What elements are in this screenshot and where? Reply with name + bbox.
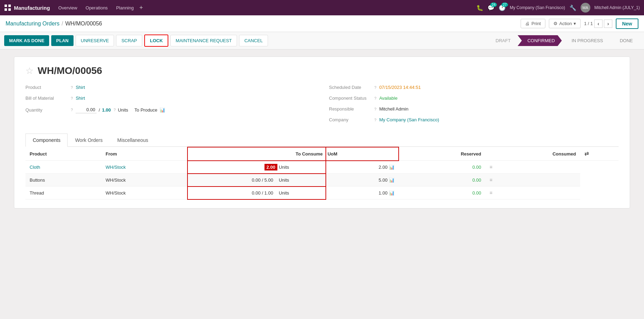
row-consumed-thread: 0.00 (399, 187, 485, 199)
quantity-unit-help-icon[interactable]: ? (114, 108, 116, 112)
row-product-cloth[interactable]: Cloth (25, 161, 101, 174)
row-reserved-buttons: 5.00 📊 (326, 174, 399, 187)
bom-help-icon[interactable]: ? (71, 96, 73, 100)
tab-miscellaneous[interactable]: Miscellaneous (110, 134, 155, 146)
plan-button[interactable]: PLAN (51, 35, 73, 46)
debug-icon[interactable]: 🐛 (476, 5, 483, 11)
form-right: Scheduled Date ? 07/15/2023 14:44:51 Com… (329, 85, 619, 128)
avatar[interactable]: MA (581, 3, 590, 13)
company-name: My Company (San Francisco) (510, 5, 565, 10)
tab-work-orders[interactable]: Work Orders (68, 134, 110, 146)
row-list-icon-thread[interactable]: ≡ (485, 187, 580, 199)
svg-rect-1 (8, 5, 11, 7)
print-label: Print (531, 21, 541, 26)
status-confirmed[interactable]: CONFIRMED (518, 35, 562, 46)
row-product-buttons[interactable]: Buttons (25, 174, 101, 187)
cancel-button[interactable]: CANCEL (239, 35, 268, 46)
nav-planning[interactable]: Planning (113, 4, 137, 12)
row-consumed-cloth: 0.00 (399, 161, 485, 174)
product-value[interactable]: Shirt (76, 85, 85, 90)
to-produce-chart-icon[interactable]: 📊 (160, 107, 165, 113)
main-content: ☆ WH/MO/00056 Product ? Shirt Bill of Ma… (0, 50, 644, 221)
scrap-button[interactable]: SCRAP (116, 35, 142, 46)
lock-button[interactable]: LOCK (144, 35, 168, 47)
new-button[interactable]: New (616, 18, 638, 29)
print-button[interactable]: 🖨 Print (521, 19, 545, 28)
nav-operations[interactable]: Operations (83, 4, 111, 12)
chevron-down-icon: ▾ (574, 21, 576, 26)
user-name: Mitchell Admin (JULY_1) (595, 5, 640, 10)
row-from-buttons[interactable]: WH/Stock (101, 174, 187, 187)
row-reserved-chart-thread[interactable]: 📊 (389, 190, 394, 196)
row-to-consume-thread: 0.00 / 1.00 (187, 187, 277, 199)
row-from-thread[interactable]: WH/Stock (101, 187, 187, 199)
activity-icon[interactable]: 🕐 27 (499, 5, 506, 11)
svg-rect-0 (5, 5, 7, 7)
action-button[interactable]: ⚙ Action ▾ (549, 19, 581, 28)
row-to-consume-val-cloth[interactable]: 2.00 (264, 164, 277, 170)
scheduled-date-label: Scheduled Date (329, 85, 371, 90)
status-in-progress[interactable]: IN PROGRESS (562, 35, 610, 46)
row-uom-cloth: Units (277, 161, 326, 174)
next-button[interactable]: › (604, 20, 612, 28)
company-value[interactable]: My Company (San Francisco) (379, 117, 439, 122)
unreserve-button[interactable]: UNRESERVE (76, 35, 114, 46)
breadcrumb: Manufacturing Orders / WH/MO/00056 (6, 21, 516, 27)
status-draft[interactable]: DRAFT (490, 35, 518, 46)
app-title: Manufacturing (14, 5, 50, 11)
bom-field-row: Bill of Material ? Shirt (25, 96, 315, 101)
quantity-sep: / (99, 107, 100, 113)
row-uom-buttons: Units (277, 174, 326, 187)
bom-value[interactable]: Shirt (76, 96, 85, 101)
scheduled-date-value[interactable]: 07/15/2023 14:44:51 (379, 85, 421, 90)
settings-icon[interactable]: 🔧 (569, 5, 576, 11)
row-from-cloth[interactable]: WH/Stock (101, 161, 187, 174)
row-reserved-chart-buttons[interactable]: 📊 (389, 177, 394, 183)
company-field-row: Company ? My Company (San Francisco) (329, 117, 619, 122)
gear-icon: ⚙ (553, 21, 558, 26)
breadcrumb-parent[interactable]: Manufacturing Orders (6, 21, 60, 27)
nav-icons: 🐛 💬 24 🕐 27 My Company (San Francisco) 🔧… (476, 3, 640, 13)
scheduled-date-help-icon[interactable]: ? (374, 85, 376, 90)
col-header-consumed: Consumed (485, 147, 580, 161)
row-to-consume-buttons: 0.00 / 5.00 (187, 174, 277, 187)
quantity-help-icon[interactable]: ? (71, 108, 73, 112)
product-field-row: Product ? Shirt (25, 85, 315, 90)
row-product-thread[interactable]: Thread (25, 187, 101, 199)
status-done[interactable]: DONE (610, 35, 640, 46)
component-status-value: Available (379, 96, 398, 101)
row-list-icon-cloth[interactable]: ≡ (485, 161, 580, 174)
row-consumed-buttons: 0.00 (399, 174, 485, 187)
row-reserved-chart-cloth[interactable]: 📊 (389, 165, 394, 170)
quantity-target: 1.00 (102, 107, 111, 113)
responsible-help-icon[interactable]: ? (374, 107, 376, 111)
svg-rect-3 (8, 8, 11, 11)
company-help-icon[interactable]: ? (374, 118, 376, 122)
add-menu-button[interactable]: + (139, 4, 143, 12)
to-produce-label: To Produce (135, 107, 158, 113)
mo-title-row: ☆ WH/MO/00056 (25, 65, 619, 76)
mark-as-done-button[interactable]: MARK AS DONE (4, 35, 49, 46)
product-help-icon[interactable]: ? (71, 85, 73, 90)
favorite-star-icon[interactable]: ☆ (25, 66, 33, 76)
col-header-adjust: ⇄ (580, 147, 619, 161)
form-card: ☆ WH/MO/00056 Product ? Shirt Bill of Ma… (14, 56, 630, 208)
component-status-help-icon[interactable]: ? (374, 96, 376, 100)
form-fields: Product ? Shirt Bill of Material ? Shirt… (25, 85, 619, 128)
prev-button[interactable]: ‹ (594, 20, 603, 28)
messages-icon[interactable]: 💬 24 (488, 5, 495, 11)
pagination-text: 1 / 1 (584, 21, 593, 26)
adjust-icon[interactable]: ⇄ (584, 151, 589, 157)
maintenance-request-button[interactable]: MAINTENANCE REQUEST (170, 35, 237, 46)
svg-rect-2 (5, 8, 7, 11)
company-label: Company (329, 117, 371, 122)
table-row: Buttons WH/Stock 0.00 / 5.00 Units 5.00 … (25, 174, 619, 187)
responsible-value[interactable]: Mitchell Admin (379, 106, 408, 112)
tab-components[interactable]: Components (25, 134, 68, 147)
app-logo[interactable]: Manufacturing (4, 4, 50, 11)
mo-title: WH/MO/00056 (38, 65, 102, 76)
quantity-current-input[interactable] (76, 106, 97, 113)
row-uom-thread: Units (277, 187, 326, 199)
nav-overview[interactable]: Overview (55, 4, 80, 12)
row-list-icon-buttons[interactable]: ≡ (485, 174, 580, 187)
